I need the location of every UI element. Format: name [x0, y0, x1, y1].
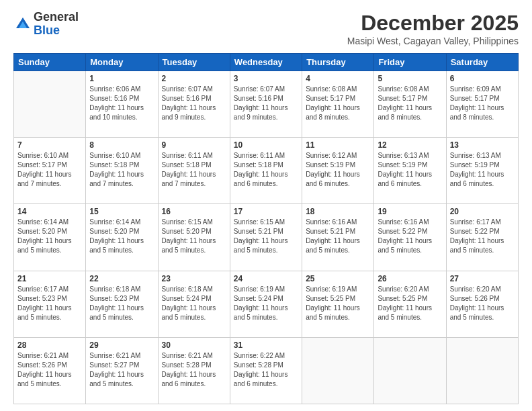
- calendar-header-friday: Friday: [374, 54, 446, 71]
- calendar-header-row: SundayMondayTuesdayWednesdayThursdayFrid…: [14, 54, 519, 71]
- calendar-cell: 19Sunrise: 6:16 AM Sunset: 5:22 PM Dayli…: [374, 204, 446, 271]
- day-info: Sunrise: 6:09 AM Sunset: 5:17 PM Dayligh…: [450, 85, 515, 122]
- day-number: 2: [162, 74, 226, 83]
- calendar-table: SundayMondayTuesdayWednesdayThursdayFrid…: [13, 53, 519, 404]
- day-info: Sunrise: 6:12 AM Sunset: 5:19 PM Dayligh…: [306, 151, 370, 189]
- day-number: 20: [450, 207, 515, 216]
- logo-blue-text: Blue: [34, 24, 79, 38]
- calendar-cell: [374, 337, 446, 404]
- calendar-cell: 2Sunrise: 6:07 AM Sunset: 5:16 PM Daylig…: [158, 71, 230, 138]
- day-info: Sunrise: 6:10 AM Sunset: 5:17 PM Dayligh…: [17, 151, 82, 189]
- calendar-cell: 12Sunrise: 6:13 AM Sunset: 5:19 PM Dayli…: [374, 138, 446, 204]
- calendar-header-saturday: Saturday: [446, 54, 518, 71]
- calendar-cell: 15Sunrise: 6:14 AM Sunset: 5:20 PM Dayli…: [86, 204, 158, 271]
- calendar-header-wednesday: Wednesday: [230, 54, 302, 71]
- day-number: 18: [306, 207, 370, 216]
- calendar-cell: 27Sunrise: 6:20 AM Sunset: 5:26 PM Dayli…: [446, 271, 518, 337]
- day-number: 26: [378, 274, 442, 283]
- calendar-cell: 10Sunrise: 6:11 AM Sunset: 5:18 PM Dayli…: [230, 138, 302, 204]
- calendar-cell: 28Sunrise: 6:21 AM Sunset: 5:26 PM Dayli…: [14, 337, 86, 404]
- calendar-cell: [302, 337, 374, 404]
- day-info: Sunrise: 6:21 AM Sunset: 5:26 PM Dayligh…: [17, 351, 82, 389]
- calendar-cell: 13Sunrise: 6:13 AM Sunset: 5:19 PM Dayli…: [446, 138, 518, 204]
- day-info: Sunrise: 6:10 AM Sunset: 5:18 PM Dayligh…: [89, 151, 154, 189]
- calendar-cell: 20Sunrise: 6:17 AM Sunset: 5:22 PM Dayli…: [446, 204, 518, 271]
- day-info: Sunrise: 6:18 AM Sunset: 5:24 PM Dayligh…: [162, 285, 226, 322]
- day-number: 1: [89, 74, 154, 83]
- page: General Blue December 2025 Masipi West, …: [0, 0, 532, 411]
- logo-general-text: General: [34, 11, 79, 24]
- day-info: Sunrise: 6:21 AM Sunset: 5:28 PM Dayligh…: [162, 351, 226, 389]
- calendar-cell: 26Sunrise: 6:20 AM Sunset: 5:25 PM Dayli…: [374, 271, 446, 337]
- calendar-header-tuesday: Tuesday: [158, 54, 230, 71]
- day-info: Sunrise: 6:14 AM Sunset: 5:20 PM Dayligh…: [17, 218, 82, 255]
- day-number: 4: [306, 74, 370, 83]
- day-info: Sunrise: 6:14 AM Sunset: 5:20 PM Dayligh…: [89, 218, 154, 255]
- header: General Blue December 2025 Masipi West, …: [13, 11, 519, 46]
- day-info: Sunrise: 6:07 AM Sunset: 5:16 PM Dayligh…: [234, 85, 298, 122]
- calendar-cell: 4Sunrise: 6:08 AM Sunset: 5:17 PM Daylig…: [302, 71, 374, 138]
- calendar-week-4: 21Sunrise: 6:17 AM Sunset: 5:23 PM Dayli…: [14, 271, 519, 337]
- title-block: December 2025 Masipi West, Cagayan Valle…: [347, 11, 519, 46]
- day-info: Sunrise: 6:17 AM Sunset: 5:23 PM Dayligh…: [17, 285, 82, 322]
- day-info: Sunrise: 6:08 AM Sunset: 5:17 PM Dayligh…: [306, 85, 370, 122]
- calendar-cell: 5Sunrise: 6:08 AM Sunset: 5:17 PM Daylig…: [374, 71, 446, 138]
- day-info: Sunrise: 6:18 AM Sunset: 5:23 PM Dayligh…: [89, 285, 154, 322]
- day-info: Sunrise: 6:07 AM Sunset: 5:16 PM Dayligh…: [162, 85, 226, 122]
- day-info: Sunrise: 6:20 AM Sunset: 5:25 PM Dayligh…: [378, 285, 442, 322]
- day-number: 13: [450, 140, 515, 150]
- calendar-cell: 21Sunrise: 6:17 AM Sunset: 5:23 PM Dayli…: [14, 271, 86, 337]
- calendar-cell: 6Sunrise: 6:09 AM Sunset: 5:17 PM Daylig…: [446, 71, 518, 138]
- day-number: 25: [306, 274, 370, 283]
- calendar-cell: 9Sunrise: 6:11 AM Sunset: 5:18 PM Daylig…: [158, 138, 230, 204]
- month-title: December 2025: [347, 11, 519, 36]
- calendar-cell: 31Sunrise: 6:22 AM Sunset: 5:28 PM Dayli…: [230, 337, 302, 404]
- day-number: 31: [234, 340, 298, 350]
- calendar-cell: 29Sunrise: 6:21 AM Sunset: 5:27 PM Dayli…: [86, 337, 158, 404]
- calendar-header-sunday: Sunday: [14, 54, 86, 71]
- day-number: 30: [162, 340, 226, 350]
- day-number: 17: [234, 207, 298, 216]
- calendar-cell: 8Sunrise: 6:10 AM Sunset: 5:18 PM Daylig…: [86, 138, 158, 204]
- calendar-cell: 25Sunrise: 6:19 AM Sunset: 5:25 PM Dayli…: [302, 271, 374, 337]
- calendar-cell: 22Sunrise: 6:18 AM Sunset: 5:23 PM Dayli…: [86, 271, 158, 337]
- calendar-week-5: 28Sunrise: 6:21 AM Sunset: 5:26 PM Dayli…: [14, 337, 519, 404]
- day-number: 6: [450, 74, 515, 83]
- day-info: Sunrise: 6:15 AM Sunset: 5:20 PM Dayligh…: [162, 218, 226, 255]
- day-info: Sunrise: 6:22 AM Sunset: 5:28 PM Dayligh…: [234, 351, 298, 389]
- day-info: Sunrise: 6:08 AM Sunset: 5:17 PM Dayligh…: [378, 85, 442, 122]
- calendar-cell: 16Sunrise: 6:15 AM Sunset: 5:20 PM Dayli…: [158, 204, 230, 271]
- calendar-cell: 3Sunrise: 6:07 AM Sunset: 5:16 PM Daylig…: [230, 71, 302, 138]
- day-info: Sunrise: 6:13 AM Sunset: 5:19 PM Dayligh…: [378, 151, 442, 189]
- day-number: 16: [162, 207, 226, 216]
- calendar-cell: 30Sunrise: 6:21 AM Sunset: 5:28 PM Dayli…: [158, 337, 230, 404]
- day-number: 12: [378, 140, 442, 150]
- day-number: 24: [234, 274, 298, 283]
- calendar-cell: 7Sunrise: 6:10 AM Sunset: 5:17 PM Daylig…: [14, 138, 86, 204]
- calendar-week-2: 7Sunrise: 6:10 AM Sunset: 5:17 PM Daylig…: [14, 138, 519, 204]
- day-number: 28: [17, 340, 82, 350]
- location-subtitle: Masipi West, Cagayan Valley, Philippines: [347, 36, 519, 46]
- day-number: 29: [89, 340, 154, 350]
- day-info: Sunrise: 6:06 AM Sunset: 5:16 PM Dayligh…: [89, 85, 154, 122]
- day-number: 23: [162, 274, 226, 283]
- calendar-cell: 24Sunrise: 6:19 AM Sunset: 5:24 PM Dayli…: [230, 271, 302, 337]
- day-info: Sunrise: 6:16 AM Sunset: 5:22 PM Dayligh…: [378, 218, 442, 255]
- day-number: 27: [450, 274, 515, 283]
- day-number: 19: [378, 207, 442, 216]
- day-number: 11: [306, 140, 370, 150]
- calendar-week-1: 1Sunrise: 6:06 AM Sunset: 5:16 PM Daylig…: [14, 71, 519, 138]
- calendar-header-monday: Monday: [86, 54, 158, 71]
- calendar-cell: [14, 71, 86, 138]
- day-info: Sunrise: 6:11 AM Sunset: 5:18 PM Dayligh…: [234, 151, 298, 189]
- calendar-cell: 17Sunrise: 6:15 AM Sunset: 5:21 PM Dayli…: [230, 204, 302, 271]
- day-info: Sunrise: 6:20 AM Sunset: 5:26 PM Dayligh…: [450, 285, 515, 322]
- day-number: 5: [378, 74, 442, 83]
- day-info: Sunrise: 6:13 AM Sunset: 5:19 PM Dayligh…: [450, 151, 515, 189]
- calendar-cell: 14Sunrise: 6:14 AM Sunset: 5:20 PM Dayli…: [14, 204, 86, 271]
- day-number: 9: [162, 140, 226, 150]
- day-number: 21: [17, 274, 82, 283]
- day-number: 8: [89, 140, 154, 150]
- calendar-cell: 1Sunrise: 6:06 AM Sunset: 5:16 PM Daylig…: [86, 71, 158, 138]
- day-number: 15: [89, 207, 154, 216]
